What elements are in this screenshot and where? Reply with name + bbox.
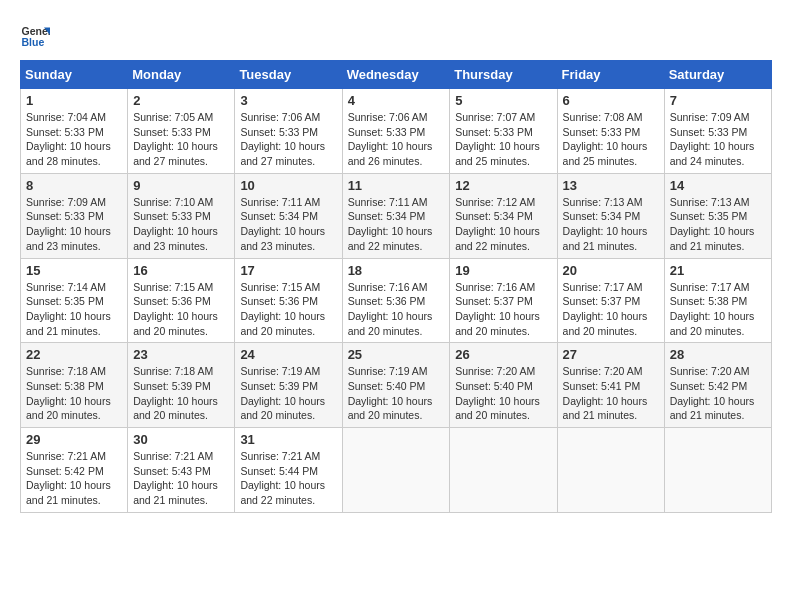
day-info: Sunrise: 7:21 AMSunset: 5:42 PMDaylight:… (26, 449, 122, 508)
calendar-week-row: 1Sunrise: 7:04 AMSunset: 5:33 PMDaylight… (21, 89, 772, 174)
day-number: 20 (563, 263, 659, 278)
calendar-cell: 24Sunrise: 7:19 AMSunset: 5:39 PMDayligh… (235, 343, 342, 428)
day-info: Sunrise: 7:15 AMSunset: 5:36 PMDaylight:… (133, 280, 229, 339)
day-number: 9 (133, 178, 229, 193)
calendar-cell: 31Sunrise: 7:21 AMSunset: 5:44 PMDayligh… (235, 428, 342, 513)
day-info: Sunrise: 7:09 AMSunset: 5:33 PMDaylight:… (26, 195, 122, 254)
calendar-cell: 29Sunrise: 7:21 AMSunset: 5:42 PMDayligh… (21, 428, 128, 513)
column-header-monday: Monday (128, 61, 235, 89)
calendar-cell: 7Sunrise: 7:09 AMSunset: 5:33 PMDaylight… (664, 89, 771, 174)
calendar-cell (557, 428, 664, 513)
logo: General Blue (20, 20, 50, 50)
column-header-sunday: Sunday (21, 61, 128, 89)
calendar-cell: 27Sunrise: 7:20 AMSunset: 5:41 PMDayligh… (557, 343, 664, 428)
day-number: 6 (563, 93, 659, 108)
day-info: Sunrise: 7:12 AMSunset: 5:34 PMDaylight:… (455, 195, 551, 254)
calendar-week-row: 22Sunrise: 7:18 AMSunset: 5:38 PMDayligh… (21, 343, 772, 428)
day-number: 30 (133, 432, 229, 447)
day-info: Sunrise: 7:10 AMSunset: 5:33 PMDaylight:… (133, 195, 229, 254)
day-number: 21 (670, 263, 766, 278)
calendar-cell: 14Sunrise: 7:13 AMSunset: 5:35 PMDayligh… (664, 173, 771, 258)
day-number: 27 (563, 347, 659, 362)
calendar-cell: 8Sunrise: 7:09 AMSunset: 5:33 PMDaylight… (21, 173, 128, 258)
day-number: 2 (133, 93, 229, 108)
calendar-cell: 21Sunrise: 7:17 AMSunset: 5:38 PMDayligh… (664, 258, 771, 343)
day-info: Sunrise: 7:16 AMSunset: 5:37 PMDaylight:… (455, 280, 551, 339)
calendar-cell: 22Sunrise: 7:18 AMSunset: 5:38 PMDayligh… (21, 343, 128, 428)
day-info: Sunrise: 7:13 AMSunset: 5:35 PMDaylight:… (670, 195, 766, 254)
day-number: 31 (240, 432, 336, 447)
calendar-cell: 23Sunrise: 7:18 AMSunset: 5:39 PMDayligh… (128, 343, 235, 428)
calendar-cell: 16Sunrise: 7:15 AMSunset: 5:36 PMDayligh… (128, 258, 235, 343)
day-info: Sunrise: 7:08 AMSunset: 5:33 PMDaylight:… (563, 110, 659, 169)
calendar-cell: 5Sunrise: 7:07 AMSunset: 5:33 PMDaylight… (450, 89, 557, 174)
day-number: 16 (133, 263, 229, 278)
day-number: 17 (240, 263, 336, 278)
calendar-cell: 20Sunrise: 7:17 AMSunset: 5:37 PMDayligh… (557, 258, 664, 343)
day-number: 5 (455, 93, 551, 108)
day-info: Sunrise: 7:05 AMSunset: 5:33 PMDaylight:… (133, 110, 229, 169)
day-number: 12 (455, 178, 551, 193)
day-info: Sunrise: 7:07 AMSunset: 5:33 PMDaylight:… (455, 110, 551, 169)
day-info: Sunrise: 7:21 AMSunset: 5:44 PMDaylight:… (240, 449, 336, 508)
calendar-cell (342, 428, 450, 513)
day-number: 24 (240, 347, 336, 362)
calendar-cell: 1Sunrise: 7:04 AMSunset: 5:33 PMDaylight… (21, 89, 128, 174)
day-number: 11 (348, 178, 445, 193)
column-header-wednesday: Wednesday (342, 61, 450, 89)
day-number: 23 (133, 347, 229, 362)
calendar-cell (450, 428, 557, 513)
day-info: Sunrise: 7:21 AMSunset: 5:43 PMDaylight:… (133, 449, 229, 508)
day-info: Sunrise: 7:17 AMSunset: 5:37 PMDaylight:… (563, 280, 659, 339)
day-info: Sunrise: 7:09 AMSunset: 5:33 PMDaylight:… (670, 110, 766, 169)
day-number: 22 (26, 347, 122, 362)
day-info: Sunrise: 7:13 AMSunset: 5:34 PMDaylight:… (563, 195, 659, 254)
calendar-cell: 13Sunrise: 7:13 AMSunset: 5:34 PMDayligh… (557, 173, 664, 258)
day-number: 4 (348, 93, 445, 108)
calendar-cell: 19Sunrise: 7:16 AMSunset: 5:37 PMDayligh… (450, 258, 557, 343)
day-info: Sunrise: 7:14 AMSunset: 5:35 PMDaylight:… (26, 280, 122, 339)
day-info: Sunrise: 7:11 AMSunset: 5:34 PMDaylight:… (348, 195, 445, 254)
day-info: Sunrise: 7:15 AMSunset: 5:36 PMDaylight:… (240, 280, 336, 339)
day-info: Sunrise: 7:18 AMSunset: 5:39 PMDaylight:… (133, 364, 229, 423)
day-info: Sunrise: 7:20 AMSunset: 5:41 PMDaylight:… (563, 364, 659, 423)
column-header-saturday: Saturday (664, 61, 771, 89)
column-header-friday: Friday (557, 61, 664, 89)
calendar-cell: 15Sunrise: 7:14 AMSunset: 5:35 PMDayligh… (21, 258, 128, 343)
day-number: 13 (563, 178, 659, 193)
day-number: 28 (670, 347, 766, 362)
day-info: Sunrise: 7:18 AMSunset: 5:38 PMDaylight:… (26, 364, 122, 423)
header: General Blue (20, 20, 772, 50)
calendar-cell: 10Sunrise: 7:11 AMSunset: 5:34 PMDayligh… (235, 173, 342, 258)
calendar-header-row: SundayMondayTuesdayWednesdayThursdayFrid… (21, 61, 772, 89)
day-info: Sunrise: 7:04 AMSunset: 5:33 PMDaylight:… (26, 110, 122, 169)
calendar-cell: 6Sunrise: 7:08 AMSunset: 5:33 PMDaylight… (557, 89, 664, 174)
day-info: Sunrise: 7:06 AMSunset: 5:33 PMDaylight:… (348, 110, 445, 169)
day-info: Sunrise: 7:11 AMSunset: 5:34 PMDaylight:… (240, 195, 336, 254)
day-info: Sunrise: 7:20 AMSunset: 5:42 PMDaylight:… (670, 364, 766, 423)
day-number: 29 (26, 432, 122, 447)
column-header-thursday: Thursday (450, 61, 557, 89)
calendar-cell: 17Sunrise: 7:15 AMSunset: 5:36 PMDayligh… (235, 258, 342, 343)
svg-text:Blue: Blue (22, 36, 45, 48)
calendar-week-row: 15Sunrise: 7:14 AMSunset: 5:35 PMDayligh… (21, 258, 772, 343)
day-number: 3 (240, 93, 336, 108)
calendar-cell: 4Sunrise: 7:06 AMSunset: 5:33 PMDaylight… (342, 89, 450, 174)
calendar-week-row: 29Sunrise: 7:21 AMSunset: 5:42 PMDayligh… (21, 428, 772, 513)
day-number: 19 (455, 263, 551, 278)
day-info: Sunrise: 7:06 AMSunset: 5:33 PMDaylight:… (240, 110, 336, 169)
day-number: 26 (455, 347, 551, 362)
day-info: Sunrise: 7:16 AMSunset: 5:36 PMDaylight:… (348, 280, 445, 339)
calendar-cell: 11Sunrise: 7:11 AMSunset: 5:34 PMDayligh… (342, 173, 450, 258)
day-number: 25 (348, 347, 445, 362)
calendar-cell: 25Sunrise: 7:19 AMSunset: 5:40 PMDayligh… (342, 343, 450, 428)
calendar-cell: 26Sunrise: 7:20 AMSunset: 5:40 PMDayligh… (450, 343, 557, 428)
calendar-cell: 30Sunrise: 7:21 AMSunset: 5:43 PMDayligh… (128, 428, 235, 513)
calendar-cell (664, 428, 771, 513)
calendar-cell: 28Sunrise: 7:20 AMSunset: 5:42 PMDayligh… (664, 343, 771, 428)
calendar-cell: 2Sunrise: 7:05 AMSunset: 5:33 PMDaylight… (128, 89, 235, 174)
calendar-cell: 9Sunrise: 7:10 AMSunset: 5:33 PMDaylight… (128, 173, 235, 258)
day-info: Sunrise: 7:17 AMSunset: 5:38 PMDaylight:… (670, 280, 766, 339)
day-number: 8 (26, 178, 122, 193)
column-header-tuesday: Tuesday (235, 61, 342, 89)
